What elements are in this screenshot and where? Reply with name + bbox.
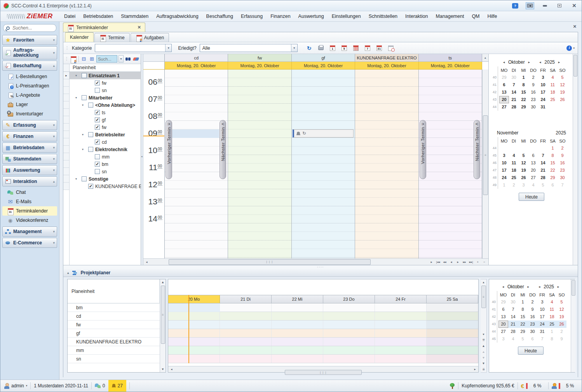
screenshot-button[interactable] xyxy=(526,2,534,9)
pp-timeline-cell[interactable] xyxy=(168,329,220,337)
previous-appointment-tab[interactable]: |◂Vorheriger Termin xyxy=(166,120,172,179)
pp-timeline-row-cd[interactable] xyxy=(168,312,478,321)
day-cell[interactable] xyxy=(558,103,567,111)
day-cell[interactable]: 8 xyxy=(518,306,528,313)
day-cell[interactable]: 25 xyxy=(547,321,557,328)
skip-bottom-icon[interactable]: ⇊ xyxy=(480,366,487,372)
day-cell[interactable]: 22 xyxy=(518,321,528,328)
day-cell[interactable]: 29 xyxy=(519,103,528,111)
scrollbar-thumb[interactable]: ❘❘❘ xyxy=(169,259,371,265)
clear-filter-button[interactable] xyxy=(132,55,139,63)
day-cell[interactable]: 14 xyxy=(509,89,519,96)
day-cell[interactable]: 16 xyxy=(528,313,537,321)
refresh-button[interactable] xyxy=(305,44,314,52)
sidebar-item-e-mails[interactable]: E-Mails xyxy=(2,197,57,206)
last-icon[interactable]: ▸▸| xyxy=(468,259,474,265)
day-cell[interactable]: 25 xyxy=(548,96,558,103)
day-cell[interactable]: 29 xyxy=(498,298,508,306)
sidebar-item-chat[interactable]: Chat xyxy=(2,188,57,197)
day-cell[interactable]: 24 xyxy=(537,321,547,328)
day-cell[interactable]: 16 xyxy=(528,89,538,96)
timeline-horizontal-scrollbar[interactable]: ◂ ❘❘❘ ▸ xyxy=(168,366,478,372)
expander-icon[interactable]: ▾ xyxy=(75,177,82,181)
day-cell[interactable]: 23 xyxy=(528,96,538,103)
expander-icon[interactable]: ▾ xyxy=(82,133,88,136)
calendar-column-kundenanfrage-elektro[interactable] xyxy=(355,70,418,258)
day-cell[interactable] xyxy=(548,103,558,111)
day-cell[interactable]: 5 xyxy=(557,298,566,306)
menu-item-stammdaten[interactable]: Stammdaten xyxy=(118,12,152,20)
eco-status[interactable] xyxy=(450,383,455,389)
prev-year-icon[interactable]: ◂ xyxy=(538,60,542,64)
expand-all-button[interactable] xyxy=(89,55,96,63)
day-cell[interactable]: 22 xyxy=(519,96,528,103)
pp-timeline-cell[interactable] xyxy=(220,329,272,337)
pp-resource-sn[interactable]: sn xyxy=(68,355,160,363)
day-cell[interactable]: 4 xyxy=(547,298,557,306)
day-cell[interactable]: 20 xyxy=(498,321,508,328)
scroll-left-icon[interactable]: ◂ xyxy=(168,366,175,372)
subtab-aufgaben[interactable]: Aufgaben xyxy=(131,33,169,42)
day-cell[interactable]: 27 xyxy=(528,174,538,181)
pp-timeline-cell[interactable] xyxy=(272,321,323,329)
day-cell[interactable]: 3 xyxy=(499,152,509,159)
calendar-column-cd[interactable]: |◂Vorheriger Termin▸|Nächster Termin xyxy=(165,70,228,258)
sidebar-group-finanzen[interactable]: Finanzen▾ xyxy=(2,131,57,141)
day-cell[interactable]: 31 xyxy=(537,328,547,335)
minimize-button[interactable] xyxy=(540,2,549,9)
zoom-out-icon[interactable]: − xyxy=(481,259,488,265)
day-cell[interactable]: 28 xyxy=(508,328,518,335)
next-month-icon[interactable]: ▸ xyxy=(526,285,530,289)
pp-timeline-row-sn[interactable] xyxy=(168,355,478,363)
menu-item-auftragsabwicklung[interactable]: Auftragsabwicklung xyxy=(153,12,201,20)
menu-item-beschaffung[interactable]: Beschaffung xyxy=(203,12,236,20)
pp-timeline-cell[interactable] xyxy=(168,312,220,320)
day-cell[interactable]: 29 xyxy=(518,328,528,335)
tree-checkbox[interactable] xyxy=(95,117,100,122)
day-cell[interactable]: 1 xyxy=(548,145,558,152)
subtab-termine[interactable]: Termine xyxy=(94,33,130,42)
pp-resource-gf[interactable]: gf xyxy=(68,329,160,338)
day-cell[interactable]: 8 xyxy=(548,152,558,159)
pp-resource-kundenanfrage-elektro[interactable]: KUNDENANFRAGE ELEKTRO xyxy=(68,338,160,346)
day-cell[interactable]: 9 xyxy=(557,335,566,343)
day-cell[interactable]: 19 xyxy=(558,89,567,96)
pp-timeline-cell[interactable] xyxy=(168,321,220,329)
horizontal-splitter[interactable]: ∙∙∙∙ xyxy=(63,265,578,268)
sidebar-group-management[interactable]: Management▾ xyxy=(2,226,57,237)
menu-item-qm[interactable]: QM xyxy=(469,12,483,20)
day-cell[interactable] xyxy=(538,145,548,152)
day-cell[interactable]: 28 xyxy=(538,174,548,181)
sidebar-item-l-bestellungen[interactable]: L-Bestellungen xyxy=(2,72,57,81)
day-cell[interactable]: 5 xyxy=(538,181,548,189)
day-cell[interactable]: 26 xyxy=(558,96,567,103)
day-cell[interactable]: 24 xyxy=(499,174,509,181)
day-cell[interactable]: 5 xyxy=(518,335,528,343)
play-icon[interactable]: ▸ xyxy=(428,259,435,265)
restore-button[interactable] xyxy=(555,2,564,9)
pp-day-header-24-fr[interactable]: 24 Fr xyxy=(375,295,427,303)
day-cell[interactable]: 1 xyxy=(518,298,528,306)
day-cell[interactable]: 30 xyxy=(509,74,519,81)
sidebar-search[interactable] xyxy=(3,24,56,32)
day-cell[interactable]: 11 xyxy=(547,306,557,313)
day-cell[interactable]: 1 xyxy=(499,181,509,189)
heute-button[interactable]: Heute xyxy=(519,193,544,201)
sidebar-group-favoriten[interactable]: Favoriten▾ xyxy=(2,35,57,45)
day-cell[interactable]: 2 xyxy=(509,181,519,189)
sidebar-item-lager[interactable]: Lager xyxy=(2,100,57,109)
chat-help-button[interactable]: ? xyxy=(511,2,519,9)
prev-icon[interactable]: ◂ xyxy=(448,259,455,265)
print-button[interactable] xyxy=(316,44,326,52)
day-cell[interactable]: 9 xyxy=(528,306,537,313)
tree-checkbox[interactable] xyxy=(88,147,93,152)
tree-checkbox[interactable] xyxy=(88,184,93,189)
day-cell[interactable]: 30 xyxy=(528,328,537,335)
day-cell[interactable]: 30 xyxy=(508,298,518,306)
pp-timeline-cell[interactable] xyxy=(272,338,323,346)
pp-timeline-cell[interactable] xyxy=(272,346,323,354)
day-cell[interactable]: 13 xyxy=(498,313,508,321)
day-cell[interactable]: 10 xyxy=(538,81,548,89)
day-cell[interactable]: 8 xyxy=(547,335,557,343)
day-cell[interactable]: 12 xyxy=(557,306,566,313)
